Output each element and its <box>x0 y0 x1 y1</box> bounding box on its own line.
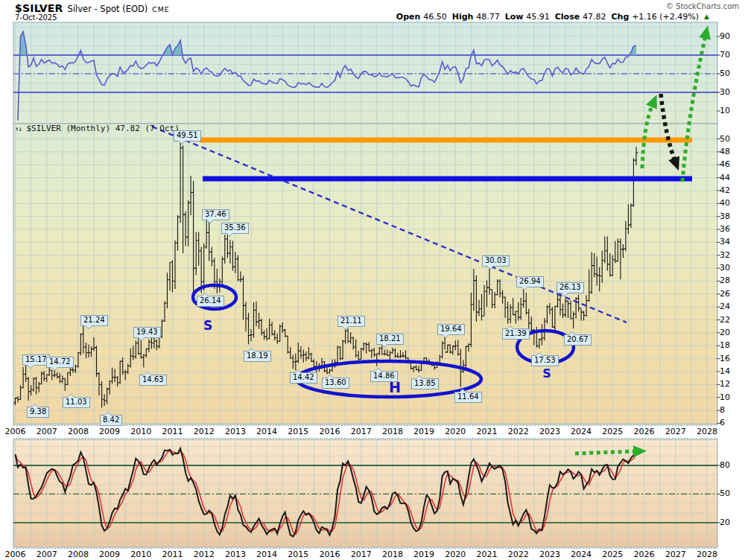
y-axis-label-price: 28 <box>720 276 742 285</box>
ohlc-quote-row: Open 46.50High 48.77Low 45.91Close 47.82… <box>396 12 709 22</box>
y-axis-label-price: 10 <box>720 392 742 402</box>
price-callout: 37.46 <box>202 209 229 220</box>
x-axis-year-label-bottom: 2026 <box>632 550 657 559</box>
price-callout: 26.94 <box>516 276 544 287</box>
x-axis-year-label: 2008 <box>66 427 91 436</box>
y-axis-label-price: 48 <box>720 147 742 156</box>
y-axis-label-price: 44 <box>720 173 742 182</box>
x-axis-year-label: 2006 <box>3 427 28 436</box>
x-axis-year-label-bottom: 2015 <box>285 550 311 559</box>
x-axis-year-label-bottom: 2024 <box>568 550 594 559</box>
y-axis-label-price: 50 <box>720 134 742 144</box>
y-axis-label-rsi: 50 <box>720 69 742 78</box>
symbol-label: $SILVER <box>15 2 63 14</box>
y-axis-label-price: 34 <box>720 237 742 246</box>
y-axis-label-price: 12 <box>720 379 742 389</box>
x-axis-year-label-bottom: 2007 <box>34 550 60 559</box>
price-callout: 13.85 <box>411 378 439 389</box>
y-axis-label-price: 14 <box>720 366 742 376</box>
x-axis-year-label-bottom: 2019 <box>411 550 437 559</box>
x-axis-year-label: 2021 <box>475 427 500 436</box>
y-axis-label-rsi: 30 <box>720 87 742 97</box>
green-dotted-arrow-right <box>575 451 636 454</box>
x-axis-year-label: 2017 <box>349 427 374 436</box>
symbol-name: Silver - Spot (EOD) <box>68 4 148 14</box>
x-axis-year-label-bottom: 2020 <box>443 550 468 559</box>
x-axis-year-label: 2020 <box>443 427 468 436</box>
x-axis-year-label: 2007 <box>34 427 60 436</box>
x-axis-year-label: 2024 <box>568 427 594 436</box>
stockcharts-credit: © StockCharts.com <box>666 2 739 10</box>
y-axis-label-price: 26 <box>720 289 742 299</box>
chart-date: 7-Oct-2025 <box>15 13 57 22</box>
x-axis-year-label: 2023 <box>537 427 562 436</box>
legend-text: $SILVER (Monthly) 47.82 (7 Oct) <box>26 124 179 133</box>
y-axis-label-price: 46 <box>720 159 742 169</box>
x-axis-year-label-bottom: 2018 <box>380 550 405 559</box>
x-axis-year-label: 2009 <box>97 427 122 436</box>
x-axis-year-label-bottom: 2008 <box>66 550 91 559</box>
price-callout: 21.24 <box>80 315 108 326</box>
x-axis-year-label: 2022 <box>506 427 531 436</box>
price-callout: 26.14 <box>197 296 224 307</box>
quote-close: Close 47.82 <box>555 12 606 22</box>
price-callout: 21.11 <box>337 316 365 327</box>
x-axis-year-label-bottom: 2027 <box>663 550 688 559</box>
price-callout: 13.60 <box>322 378 349 389</box>
price-callout: 11.64 <box>454 392 482 403</box>
y-axis-label-price: 6 <box>720 418 742 427</box>
y-axis-label-sto: 20 <box>720 518 742 527</box>
x-axis-year-label-bottom: 2025 <box>600 550 625 559</box>
x-axis-year-label: 2018 <box>380 427 405 436</box>
price-callout: 11.03 <box>63 397 90 408</box>
y-axis-label-price: 18 <box>720 340 742 350</box>
head-label: H <box>389 379 401 395</box>
x-axis-year-label: 2012 <box>191 427 217 436</box>
stockcharts-silver-monthly-chart: $SILVER Silver - Spot (EOD) CME © StockC… <box>0 0 745 560</box>
x-axis-year-label: 2015 <box>285 427 311 436</box>
price-callout: 35.36 <box>221 223 249 234</box>
quote-chg: Chg +1.16 (+2.49%) <box>612 12 700 22</box>
price-callout: 19.64 <box>437 324 465 335</box>
x-axis-year-label: 2028 <box>694 427 720 436</box>
y-axis-label-price: 42 <box>720 185 742 195</box>
quote-low: Low 45.91 <box>505 12 550 22</box>
price-callout: 19.43 <box>133 327 161 338</box>
price-callout: 20.67 <box>564 334 592 346</box>
x-axis-year-label: 2025 <box>600 427 625 436</box>
price-callout: 18.21 <box>376 334 404 345</box>
price-callout: 30.03 <box>482 255 510 267</box>
price-callout: 14.63 <box>139 375 167 386</box>
y-axis-label-price: 24 <box>720 302 742 311</box>
y-axis-label-price: 8 <box>720 405 742 415</box>
chart-title: $SILVER Silver - Spot (EOD) CME <box>15 2 170 14</box>
quote-high: High 48.77 <box>452 12 500 22</box>
price-panel-legend: ↑↓ $SILVER (Monthly) 47.82 (7 Oct) <box>15 124 180 133</box>
x-axis-year-label-bottom: 2013 <box>223 550 248 559</box>
price-callout: 18.19 <box>244 351 271 362</box>
price-callout: 26.13 <box>557 282 584 293</box>
price-callout: 9.38 <box>27 407 49 418</box>
x-axis-year-label-bottom: 2016 <box>317 550 343 559</box>
x-axis-year-label-bottom: 2022 <box>506 550 531 559</box>
x-axis-year-label: 2019 <box>411 427 437 436</box>
x-axis-year-label-bottom: 2028 <box>694 550 720 559</box>
x-axis-year-label: 2010 <box>128 427 153 436</box>
price-callout: 17.53 <box>531 355 559 366</box>
x-axis-year-label-bottom: 2010 <box>128 550 153 559</box>
x-axis-year-label-bottom: 2011 <box>160 550 186 559</box>
price-callout: 21.39 <box>502 328 530 340</box>
y-axis-label-sto: 80 <box>720 460 742 470</box>
y-axis-label-price: 36 <box>720 224 742 234</box>
y-axis-label-rsi: 70 <box>720 50 742 60</box>
x-axis-year-label-bottom: 2006 <box>3 550 28 559</box>
x-axis-year-label-bottom: 2012 <box>191 550 217 559</box>
y-axis-label-price: 22 <box>720 315 742 325</box>
x-axis-year-label-bottom: 2021 <box>475 550 500 559</box>
updown-arrows-icon: ↑↓ <box>15 125 22 133</box>
price-callout: 49.51 <box>174 130 201 141</box>
y-axis-label-sto: 50 <box>720 489 742 498</box>
y-axis-label-price: 32 <box>720 250 742 260</box>
x-axis-year-label: 2016 <box>317 427 343 436</box>
price-callout: 14.72 <box>46 357 74 368</box>
